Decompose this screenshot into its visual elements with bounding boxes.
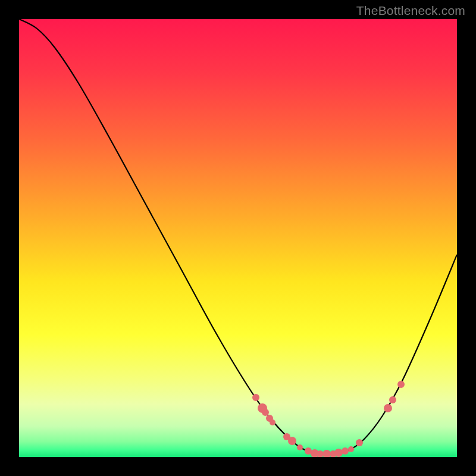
data-marker (356, 439, 363, 446)
data-marker (334, 449, 343, 457)
data-marker (342, 447, 349, 455)
plot-frame (19, 19, 457, 457)
data-marker (389, 396, 396, 403)
data-marker (348, 446, 354, 452)
data-marker (397, 381, 405, 388)
data-marker (262, 409, 269, 416)
data-marker (288, 437, 296, 445)
data-marker (384, 404, 392, 412)
data-marker (252, 394, 259, 401)
data-marker (297, 444, 303, 450)
plot-background (19, 19, 457, 457)
gradient-rect (19, 19, 457, 457)
data-marker (270, 419, 275, 425)
watermark-text: TheBottleneck.com (356, 4, 465, 18)
